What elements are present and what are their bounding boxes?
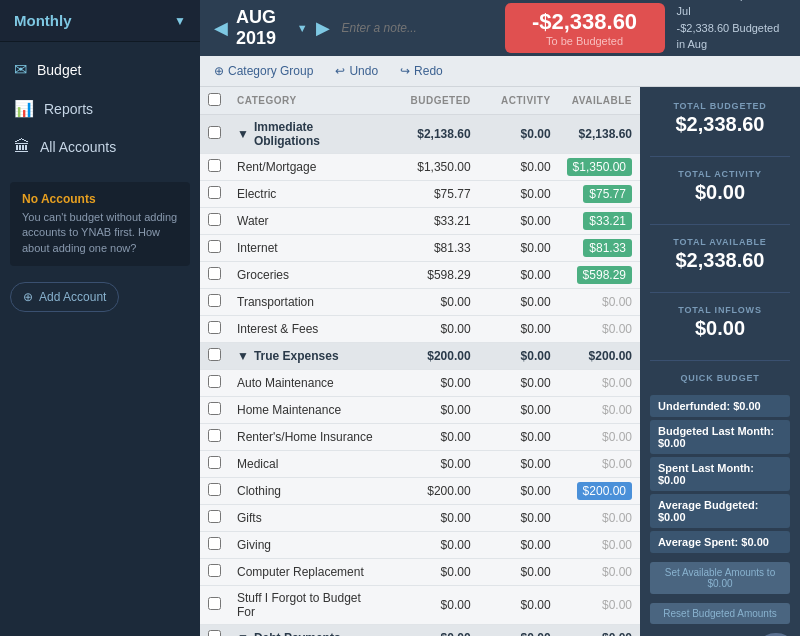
item-name[interactable]: Gifts — [229, 505, 389, 532]
undo-button[interactable]: ↩ Undo — [331, 62, 382, 80]
item-budgeted[interactable]: $0.00 — [389, 586, 479, 625]
prev-month-button[interactable]: ◀ — [214, 17, 228, 39]
budget-table-container[interactable]: CATEGORY BUDGETED ACTIVITY AVAILABLE ▼ I… — [200, 87, 640, 636]
group-checkbox-cell — [200, 343, 229, 370]
table-group-row: ▼ Immediate Obligations $2,138.60 $0.00 … — [200, 115, 640, 154]
table-row: Transportation $0.00 $0.00 $0.00 — [200, 289, 640, 316]
item-budgeted[interactable]: $0.00 — [389, 397, 479, 424]
item-available: $0.00 — [559, 289, 640, 316]
item-budgeted[interactable]: $33.21 — [389, 208, 479, 235]
item-name[interactable]: Rent/Mortgage — [229, 154, 389, 181]
item-name[interactable]: Clothing — [229, 478, 389, 505]
month-label[interactable]: AUG 2019 ▼ — [236, 7, 308, 49]
item-budgeted[interactable]: $0.00 — [389, 316, 479, 343]
table-row: Water $33.21 $0.00 $33.21 — [200, 208, 640, 235]
item-name[interactable]: Internet — [229, 235, 389, 262]
reset-budgeted-button[interactable]: Reset Budgeted Amounts — [650, 603, 790, 624]
qb-label: Budgeted Last Month: — [658, 425, 774, 437]
sidebar-item-all-accounts[interactable]: 🏛 All Accounts — [0, 128, 200, 166]
item-checkbox[interactable] — [208, 186, 221, 199]
item-name[interactable]: Renter's/Home Insurance — [229, 424, 389, 451]
item-checkbox[interactable] — [208, 402, 221, 415]
item-name[interactable]: Water — [229, 208, 389, 235]
item-checkbox[interactable] — [208, 240, 221, 253]
item-name[interactable]: Giving — [229, 532, 389, 559]
group-toggle-icon[interactable]: ▼ — [237, 631, 249, 636]
item-name[interactable]: Medical — [229, 451, 389, 478]
item-budgeted[interactable]: $0.00 — [389, 451, 479, 478]
item-budgeted[interactable]: $81.33 — [389, 235, 479, 262]
item-available: $1,350.00 — [559, 154, 640, 181]
item-budgeted[interactable]: $0.00 — [389, 370, 479, 397]
item-checkbox[interactable] — [208, 429, 221, 442]
item-checkbox[interactable] — [208, 483, 221, 496]
quick-budget-item[interactable]: Average Budgeted: $0.00 — [650, 494, 790, 528]
main-content: ◀ AUG 2019 ▼ ▶ -$2,338.60 To be Budgeted… — [200, 0, 800, 636]
item-checkbox[interactable] — [208, 510, 221, 523]
group-checkbox[interactable] — [208, 348, 221, 361]
item-checkbox[interactable] — [208, 321, 221, 334]
item-budgeted[interactable]: $75.77 — [389, 181, 479, 208]
item-available: $0.00 — [559, 316, 640, 343]
item-checkbox-cell — [200, 208, 229, 235]
group-checkbox[interactable] — [208, 126, 221, 139]
month-text: AUG 2019 — [236, 7, 293, 49]
quick-budget-item[interactable]: Budgeted Last Month: $0.00 — [650, 420, 790, 454]
sidebar-item-reports[interactable]: 📊 Reports — [0, 89, 200, 128]
group-budgeted: $0.00 — [389, 625, 479, 637]
item-checkbox[interactable] — [208, 537, 221, 550]
item-budgeted[interactable]: $0.00 — [389, 505, 479, 532]
quick-budget-item[interactable]: Spent Last Month: $0.00 — [650, 457, 790, 491]
item-name[interactable]: Interest & Fees — [229, 316, 389, 343]
item-name[interactable]: Home Maintenance — [229, 397, 389, 424]
item-budgeted[interactable]: $0.00 — [389, 424, 479, 451]
next-month-button[interactable]: ▶ — [316, 17, 330, 39]
item-name[interactable]: Auto Maintenance — [229, 370, 389, 397]
item-checkbox[interactable] — [208, 375, 221, 388]
group-name-cell: ▼ Debt Payments — [229, 625, 389, 637]
item-name[interactable]: Stuff I Forgot to Budget For — [229, 586, 389, 625]
item-checkbox[interactable] — [208, 456, 221, 469]
quick-budget-item[interactable]: Average Spent: $0.00 — [650, 531, 790, 553]
item-checkbox-cell — [200, 397, 229, 424]
item-budgeted[interactable]: $1,350.00 — [389, 154, 479, 181]
monthly-label: Monthly — [14, 12, 72, 29]
item-name[interactable]: Transportation — [229, 289, 389, 316]
item-checkbox[interactable] — [208, 294, 221, 307]
item-checkbox[interactable] — [208, 564, 221, 577]
item-budgeted[interactable]: $0.00 — [389, 289, 479, 316]
quick-budget-item[interactable]: Underfunded: $0.00 — [650, 395, 790, 417]
group-toggle-icon[interactable]: ▼ — [237, 127, 249, 141]
item-budgeted[interactable]: $0.00 — [389, 532, 479, 559]
note-input[interactable] — [342, 21, 493, 35]
available-value: $0.00 — [602, 457, 632, 471]
group-checkbox[interactable] — [208, 630, 221, 636]
no-accounts-text: You can't budget without adding accounts… — [22, 210, 178, 256]
item-checkbox[interactable] — [208, 597, 221, 610]
group-toggle-icon[interactable]: ▼ — [237, 349, 249, 363]
item-name[interactable]: Groceries — [229, 262, 389, 289]
item-checkbox[interactable] — [208, 159, 221, 172]
item-checkbox[interactable] — [208, 213, 221, 226]
available-value: $0.00 — [602, 565, 632, 579]
available-value: $0.00 — [602, 295, 632, 309]
envelope-icon: ✉ — [14, 60, 27, 79]
item-name[interactable]: Computer Replacement — [229, 559, 389, 586]
item-activity: $0.00 — [479, 424, 559, 451]
available-value: $0.00 — [602, 376, 632, 390]
item-budgeted[interactable]: $0.00 — [389, 559, 479, 586]
item-activity: $0.00 — [479, 181, 559, 208]
set-available-button[interactable]: Set Available Amounts to $0.00 — [650, 562, 790, 594]
select-all-checkbox[interactable] — [208, 93, 221, 106]
category-group-button[interactable]: ⊕ Category Group — [210, 62, 317, 80]
qb-value: $0.00 — [733, 400, 761, 412]
item-budgeted[interactable]: $200.00 — [389, 478, 479, 505]
sidebar-item-budget[interactable]: ✉ Budget — [0, 50, 200, 89]
item-name[interactable]: Electric — [229, 181, 389, 208]
redo-button[interactable]: ↪ Redo — [396, 62, 447, 80]
monthly-header[interactable]: Monthly ▼ — [0, 0, 200, 42]
item-checkbox[interactable] — [208, 267, 221, 280]
add-account-button[interactable]: ⊕ Add Account — [10, 282, 119, 312]
item-activity: $0.00 — [479, 289, 559, 316]
item-budgeted[interactable]: $598.29 — [389, 262, 479, 289]
